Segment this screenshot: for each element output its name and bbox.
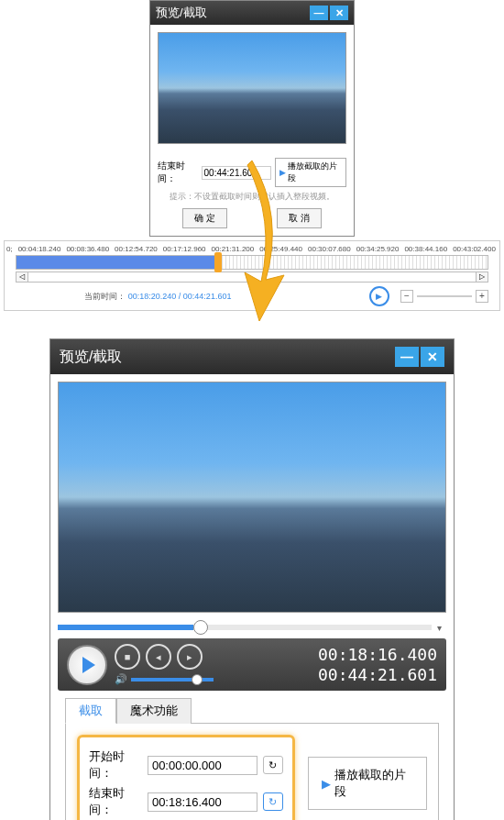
title: 预览/截取	[60, 348, 122, 367]
duration-display: 00:44:21.601	[318, 665, 437, 685]
start-time-input[interactable]	[148, 756, 257, 775]
hint-text: 提示：不设置截取时间则默认插入整段视频。	[158, 191, 346, 203]
start-time-label: 开始时间：	[89, 748, 142, 781]
title: 预览/截取	[156, 5, 207, 21]
play-clip-button[interactable]: ▶播放截取的片段	[275, 158, 346, 187]
timeline-track[interactable]	[16, 255, 488, 270]
titlebar-small: 预览/截取 — ✕	[150, 1, 354, 25]
step-forward-button[interactable]: ▸	[177, 644, 203, 670]
end-time-label: 结束时间：	[89, 785, 142, 818]
play-clip-button[interactable]: ▶播放截取的片段	[308, 757, 427, 810]
player-controls: ■ ◂ ▸ 🔊 00:18:16.400 00:44:21.601	[58, 638, 446, 691]
timeline-panel: 0;00:04:18.24000:08:36.48000:12:54.72000…	[4, 240, 500, 311]
chevron-down-icon[interactable]: ▾	[432, 623, 446, 633]
tab-clip[interactable]: 截取	[65, 698, 116, 724]
current-time-value: 00:18:20.240 / 00:44:21.601	[128, 292, 232, 301]
volume-icon[interactable]: 🔊	[115, 673, 127, 685]
end-time-input[interactable]	[202, 166, 271, 180]
step-back-button[interactable]: ◂	[146, 644, 171, 670]
video-preview-small	[158, 32, 346, 144]
timeline-selection	[16, 256, 214, 269]
zoom-out-button[interactable]: −	[400, 290, 413, 303]
end-time-label: 结束时间：	[158, 160, 198, 185]
reset-end-button[interactable]: ↻	[263, 792, 283, 811]
minimize-button[interactable]: —	[310, 6, 328, 20]
current-time-label: 当前时间：	[84, 292, 126, 301]
play-button[interactable]	[67, 645, 107, 685]
end-time-input[interactable]	[148, 792, 257, 812]
scroll-left-button[interactable]: ◁	[16, 271, 28, 283]
highlighted-time-inputs: 开始时间： ↻ 结束时间： ↻	[77, 735, 295, 820]
timeline-ticks: 0;00:04:18.24000:08:36.48000:12:54.72000…	[6, 245, 498, 253]
progress-bar[interactable]: ▾	[58, 620, 446, 635]
close-button[interactable]: ✕	[421, 347, 444, 367]
progress-thumb[interactable]	[193, 620, 208, 635]
zoom-slider[interactable]	[417, 295, 472, 297]
minimize-button[interactable]: —	[395, 347, 419, 367]
ok-button[interactable]: 确 定	[182, 208, 227, 228]
scroll-right-button[interactable]: ▷	[476, 271, 488, 283]
tab-magic[interactable]: 魔术功能	[116, 698, 192, 724]
timeline-cursor[interactable]	[214, 252, 222, 272]
reset-start-button[interactable]: ↻	[263, 756, 283, 774]
current-time-display: 00:18:16.400	[318, 645, 437, 665]
cancel-button[interactable]: 取 消	[277, 208, 322, 228]
titlebar-large: 预览/截取 — ✕	[50, 339, 454, 374]
volume-slider[interactable]	[131, 678, 214, 681]
timeline-play-button[interactable]: ▶	[369, 286, 389, 306]
stop-button[interactable]: ■	[115, 644, 140, 670]
close-button[interactable]: ✕	[330, 6, 348, 20]
zoom-in-button[interactable]: +	[476, 290, 488, 303]
video-preview-large	[58, 382, 446, 613]
